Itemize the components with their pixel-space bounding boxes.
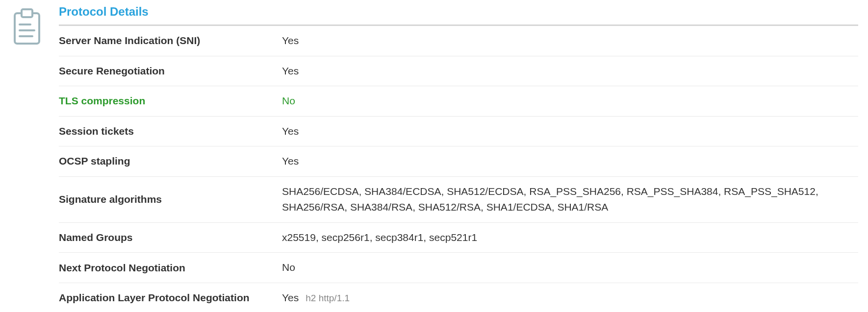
table-row: Secure Renegotiation Yes (59, 56, 858, 87)
table-row: Session tickets Yes (59, 117, 858, 147)
row-value: SHA256/ECDSA, SHA384/ECDSA, SHA512/ECDSA… (282, 184, 858, 216)
svg-rect-1 (22, 9, 32, 17)
row-label: Signature algorithms (59, 193, 282, 205)
row-value-extra: h2 http/1.1 (306, 293, 350, 303)
table-row: Application Layer Protocol Negotiation Y… (59, 283, 858, 312)
protocol-details-container: Protocol Details Server Name Indication … (10, 5, 858, 312)
clipboard-icon-wrap (10, 5, 44, 48)
row-value: Yes (282, 153, 858, 169)
row-label: Application Layer Protocol Negotiation (59, 292, 282, 304)
row-value-main: Yes (282, 292, 299, 303)
row-label: Secure Renegotiation (59, 65, 282, 77)
table-row: TLS compression No (59, 86, 858, 117)
table-row: Signature algorithms SHA256/ECDSA, SHA38… (59, 177, 858, 223)
row-value: Yes (282, 123, 858, 140)
table-row: Named Groups x25519, secp256r1, secp384r… (59, 223, 858, 253)
table-row: OCSP stapling Yes (59, 146, 858, 177)
protocol-details-content: Protocol Details Server Name Indication … (59, 5, 858, 312)
row-label: Session tickets (59, 125, 282, 137)
row-value: x25519, secp256r1, secp384r1, secp521r1 (282, 230, 858, 246)
row-label: TLS compression (59, 95, 282, 107)
row-label: Named Groups (59, 232, 282, 243)
row-label: Next Protocol Negotiation (59, 262, 282, 274)
row-value: Yesh2 http/1.1 (282, 290, 858, 306)
row-label: Server Name Indication (SNI) (59, 35, 282, 47)
table-row: Next Protocol Negotiation No (59, 253, 858, 283)
row-value: No (282, 260, 858, 276)
section-title: Protocol Details (59, 5, 858, 26)
clipboard-icon (10, 7, 44, 47)
row-value: Yes (282, 33, 858, 49)
table-row: Server Name Indication (SNI) Yes (59, 26, 858, 56)
row-label: OCSP stapling (59, 155, 282, 167)
row-value: Yes (282, 63, 858, 79)
row-value: No (282, 93, 858, 109)
